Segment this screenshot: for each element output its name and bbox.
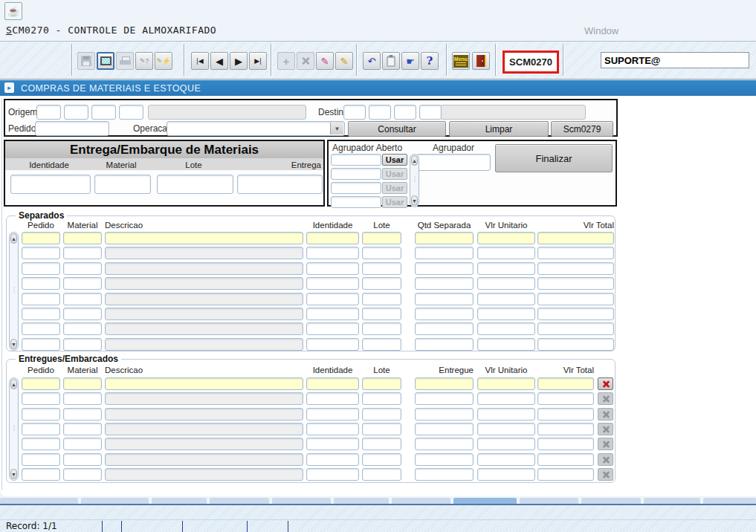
separados-cell-pedido[interactable] <box>22 338 60 351</box>
entregues-cell-entregue[interactable] <box>415 468 474 481</box>
entrega-lote-field[interactable] <box>157 175 233 194</box>
entregues-cell-vlr-unitario[interactable] <box>477 377 535 390</box>
separados-cell-vlr-unitario[interactable] <box>477 293 535 305</box>
separados-cell-identidade[interactable] <box>306 293 359 305</box>
separados-cell-vlr-total[interactable] <box>537 293 614 305</box>
separados-cell-identidade[interactable] <box>306 247 359 259</box>
entregues-cell-lote[interactable] <box>362 408 401 421</box>
separados-cell-vlr-total[interactable] <box>537 322 614 335</box>
origem-field-1[interactable] <box>36 105 61 120</box>
origem-field-2[interactable] <box>64 105 88 120</box>
scroll-up-icon[interactable]: ▲ <box>10 379 17 389</box>
entregues-cell-vlr-unitario[interactable] <box>477 468 535 481</box>
separados-cell-descricao[interactable] <box>105 232 303 244</box>
entregues-cell-identidade[interactable] <box>306 377 359 390</box>
canvas-tab-segment[interactable] <box>272 498 331 504</box>
entregues-scrollbar[interactable]: ▲▼⋮ <box>9 377 19 481</box>
entregues-cell-vlr-total[interactable] <box>537 453 594 466</box>
exit-button[interactable] <box>472 52 490 70</box>
separados-cell-pedido[interactable] <box>22 277 60 290</box>
separados-cell-material[interactable] <box>63 322 102 335</box>
entregues-cell-lote[interactable] <box>362 453 401 466</box>
separados-cell-descricao[interactable] <box>105 293 303 305</box>
operacao-combobox[interactable]: ▼ <box>167 121 345 136</box>
scroll-down-icon[interactable]: ▼ <box>10 339 17 349</box>
separados-cell-lote[interactable] <box>362 277 401 290</box>
clipboard-button[interactable] <box>382 52 400 70</box>
chevron-down-icon[interactable]: ▼ <box>330 123 343 134</box>
entregues-cell-entregue[interactable] <box>415 453 474 466</box>
separados-cell-vlr-unitario[interactable] <box>477 338 535 351</box>
canvas-tab-segment[interactable] <box>392 498 450 504</box>
entregues-cell-descricao[interactable] <box>105 377 303 390</box>
separados-cell-vlr-total[interactable] <box>537 247 614 259</box>
next-record-button[interactable]: ▶ <box>230 52 248 70</box>
separados-cell-qtd-separada[interactable] <box>415 293 474 305</box>
separados-cell-material[interactable] <box>63 262 102 275</box>
execute-button[interactable]: ✎⚡ <box>155 52 172 70</box>
origem-field-3[interactable] <box>91 105 116 120</box>
entregues-cell-entregue[interactable] <box>415 377 474 390</box>
origem-field-4[interactable] <box>119 105 143 120</box>
print-button[interactable] <box>116 52 134 70</box>
finalizar-button[interactable]: Finalizar <box>495 144 613 172</box>
separados-cell-vlr-total[interactable] <box>537 262 614 275</box>
separados-cell-qtd-separada[interactable] <box>415 308 474 320</box>
separados-cell-qtd-separada[interactable] <box>415 232 474 244</box>
entregues-cell-lote[interactable] <box>362 468 401 481</box>
display-button[interactable] <box>97 52 114 70</box>
entregues-cell-pedido[interactable] <box>22 377 60 390</box>
separados-cell-qtd-separada[interactable] <box>415 338 474 351</box>
entregues-cell-vlr-unitario[interactable] <box>477 392 535 405</box>
entregues-cell-descricao[interactable] <box>105 468 303 481</box>
pedido-field[interactable] <box>35 121 109 136</box>
menu-button[interactable]: Menu <box>452 52 470 70</box>
separados-cell-identidade[interactable] <box>306 277 359 290</box>
agrupador-aberto-field-4[interactable] <box>331 196 381 208</box>
undo-button[interactable]: ↶ <box>363 52 381 70</box>
scroll-down-icon[interactable]: ▼ <box>411 195 418 206</box>
scroll-down-icon[interactable]: ▼ <box>10 469 17 479</box>
entregues-cell-pedido[interactable] <box>22 423 60 435</box>
separados-cell-vlr-unitario[interactable] <box>477 322 535 335</box>
destino-field-4[interactable] <box>419 105 442 120</box>
canvas-tab-segment[interactable] <box>334 498 389 504</box>
canvas-tab-segment[interactable] <box>644 498 700 504</box>
menu-window-item[interactable]: Window <box>584 25 618 36</box>
separados-cell-lote[interactable] <box>362 232 401 244</box>
entregues-cell-material[interactable] <box>63 453 102 466</box>
separados-cell-descricao[interactable] <box>105 277 303 290</box>
insert-record-button[interactable]: + <box>277 52 295 70</box>
window-edit-button[interactable]: ✎ <box>316 52 334 70</box>
entregues-cell-vlr-unitario[interactable] <box>477 408 535 421</box>
separados-cell-descricao[interactable] <box>105 262 303 275</box>
separados-cell-pedido[interactable] <box>22 232 60 244</box>
separados-cell-pedido[interactable] <box>22 247 60 259</box>
entregues-cell-vlr-total[interactable] <box>537 423 594 435</box>
entregues-cell-identidade[interactable] <box>306 408 359 421</box>
separados-cell-descricao[interactable] <box>105 322 303 335</box>
entregues-cell-entregue[interactable] <box>415 423 474 435</box>
agrupador-aberto-field-2[interactable] <box>331 168 381 180</box>
entregues-cell-identidade[interactable] <box>306 453 359 466</box>
delete-record-button[interactable] <box>297 52 314 70</box>
entregues-cell-identidade[interactable] <box>306 438 359 450</box>
entregues-cell-vlr-total[interactable] <box>537 438 594 450</box>
entregues-cell-lote[interactable] <box>362 438 401 450</box>
canvas-tab-segment[interactable] <box>0 498 78 504</box>
entregues-cell-material[interactable] <box>63 438 102 450</box>
entregues-cell-entregue[interactable] <box>415 392 474 405</box>
help-query-button[interactable]: ✎? <box>135 52 153 70</box>
separados-cell-descricao[interactable] <box>105 308 303 320</box>
separados-cell-material[interactable] <box>63 277 102 290</box>
usar-button-1[interactable]: Usar <box>382 154 407 166</box>
separados-cell-material[interactable] <box>63 308 102 320</box>
entregues-cell-entregue[interactable] <box>415 438 474 450</box>
canvas-tab-segment[interactable] <box>152 498 207 504</box>
entregues-cell-material[interactable] <box>63 468 102 481</box>
entregues-cell-pedido[interactable] <box>22 438 60 450</box>
entregues-cell-pedido[interactable] <box>22 453 60 466</box>
canvas-tab-selected[interactable] <box>453 498 517 504</box>
separados-cell-lote[interactable] <box>362 293 401 305</box>
canvas-tab-segment[interactable] <box>81 498 149 504</box>
